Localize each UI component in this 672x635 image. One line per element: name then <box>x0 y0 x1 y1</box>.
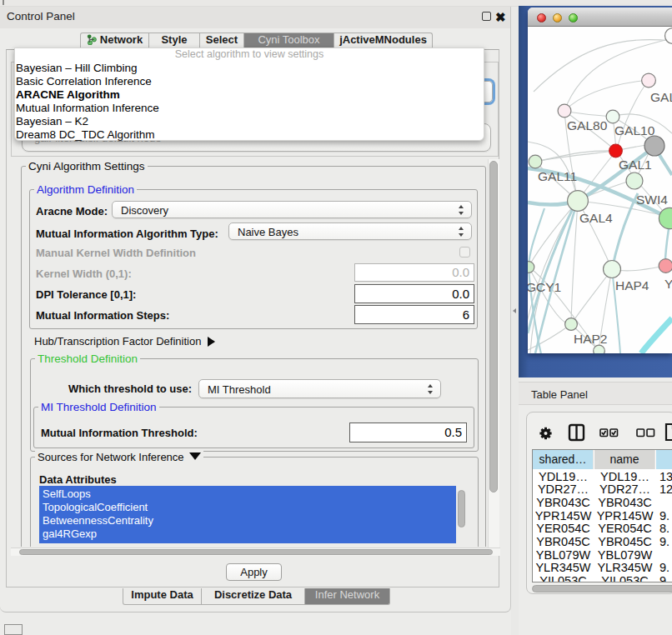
svg-text:HAP4: HAP4 <box>615 278 649 292</box>
svg-text:GAL11: GAL11 <box>538 169 577 183</box>
svg-text:GAL1: GAL1 <box>619 158 652 172</box>
svg-text:Y: Y <box>664 277 672 291</box>
svg-text:GAL2: GAL2 <box>650 90 672 104</box>
svg-text:GAL80: GAL80 <box>567 118 608 132</box>
svg-text:GCY1: GCY1 <box>528 280 561 294</box>
svg-text:SWI4: SWI4 <box>636 192 668 207</box>
svg-text:GAL4: GAL4 <box>579 211 613 225</box>
svg-text:HAP2: HAP2 <box>574 332 608 346</box>
svg-text:GAL10: GAL10 <box>614 123 655 138</box>
